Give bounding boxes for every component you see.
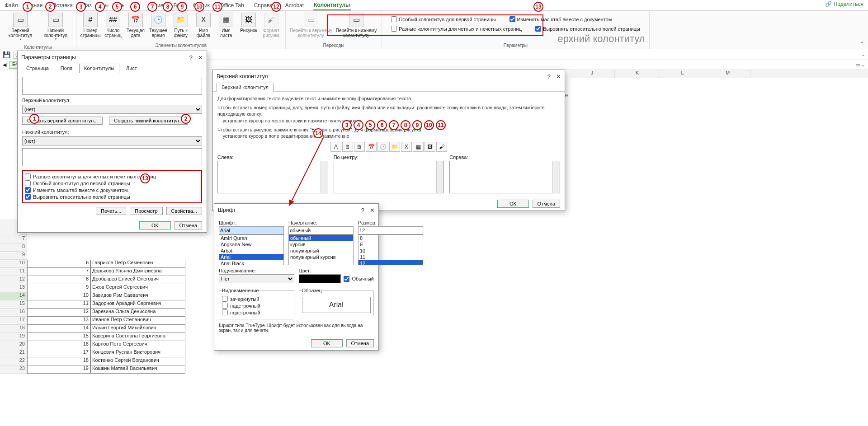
collapse-ribbon-icon[interactable]: ⌃ (860, 41, 864, 47)
cell-name[interactable]: Зарезина Ольга Денисовна (90, 309, 185, 317)
font-list[interactable]: Amiri QuranAngsana NewArbatArialArial Bl… (219, 234, 284, 265)
size-list[interactable]: 891011121416 (358, 234, 423, 265)
cell-number[interactable]: 15 (27, 333, 90, 341)
insert-date-button[interactable]: 📅 (366, 142, 377, 152)
list-item[interactable]: 10 (359, 248, 423, 254)
insert-sheetname-button[interactable]: ▦ (413, 142, 424, 152)
cell-name[interactable]: Задорнов Аркадий Сергеевич (90, 300, 185, 309)
format-picture-button[interactable]: 🖌 (436, 142, 447, 152)
footer-combo[interactable]: (нет) (22, 136, 202, 145)
chk-align[interactable]: Выровнять относительно полей страницы (535, 26, 640, 32)
font-format-button[interactable]: A (330, 142, 341, 152)
list-item[interactable]: полужирный (289, 248, 353, 254)
cell-number[interactable]: 10 (27, 292, 90, 300)
insert-picture-button[interactable]: 🖼 (425, 142, 435, 152)
ps-ok-button[interactable]: ОК (139, 221, 171, 229)
create-footer-button[interactable]: Создать нижний колонтитул... (109, 117, 188, 125)
list-item[interactable]: обычный (289, 235, 353, 241)
style-list[interactable]: обычныйкурсивполужирныйполужирный курсив (288, 234, 354, 265)
underline-combo[interactable]: Нет (219, 274, 294, 283)
row-header[interactable]: 19 (0, 333, 27, 341)
table-row[interactable]: Зарезина Ольга Денисовна (90, 309, 185, 317)
row-header[interactable]: 23 (0, 365, 27, 374)
formula-expand-icon[interactable]: ⌄ (861, 51, 865, 57)
table-row[interactable]: Концевич Руслан Викторович (90, 349, 185, 357)
sheet-name-button[interactable]: ▦Имя листа (215, 12, 237, 39)
row-header[interactable]: 18 (0, 325, 27, 333)
help-icon[interactable]: ? (547, 73, 551, 80)
share-button[interactable]: Поделиться (825, 1, 863, 7)
cell-number[interactable]: 16 (27, 341, 90, 349)
row-header[interactable]: 12 (0, 276, 27, 284)
row-header[interactable]: 9 (0, 252, 27, 260)
cell-name[interactable]: Ильин Георгий Михайлович (90, 325, 185, 333)
table-row[interactable]: Ежов Сергей Сергеевич (90, 284, 185, 292)
print-button[interactable]: Печать... (96, 207, 126, 215)
insert-time-button[interactable]: 🕒 (377, 142, 388, 152)
ps-chk-scale[interactable]: Изменять масштаб вместе с документом (25, 187, 199, 193)
close-icon[interactable]: ✕ (198, 54, 203, 61)
scrollbar[interactable] (552, 161, 560, 193)
cell-number[interactable]: 13 (27, 317, 90, 325)
cell-number[interactable]: 19 (27, 365, 90, 374)
font-style-input[interactable] (288, 226, 354, 234)
list-item[interactable]: полужирный курсив (289, 254, 353, 260)
insert-filename-button[interactable]: X (401, 142, 412, 152)
row-header[interactable]: 15 (0, 300, 27, 309)
cell-number[interactable]: 7 (27, 268, 90, 276)
table-row[interactable]: Кошкин Матвей Васильевич (90, 365, 185, 374)
list-item[interactable]: Arial (219, 254, 283, 260)
row-header[interactable]: 16 (0, 309, 27, 317)
save-icon[interactable]: 💾 (3, 51, 10, 58)
ps-chk-odd-even[interactable]: Разные колонтитулы для четных и нечетных… (25, 173, 199, 179)
cell-name[interactable]: Иванов Петр Степанович (90, 317, 185, 325)
help-icon[interactable]: ? (189, 54, 193, 61)
picture-button[interactable]: 🖼Рисунок (237, 12, 260, 39)
sheet-options-icon[interactable]: ▭ ⌄ (855, 62, 865, 68)
scrollbar[interactable] (321, 161, 328, 193)
list-item[interactable]: Angsana New (219, 241, 283, 248)
current-time-button[interactable]: 🕒Текущее время (147, 12, 170, 39)
tab-file[interactable]: Файл (4, 1, 19, 10)
help-icon[interactable]: ? (361, 207, 364, 214)
table-row[interactable]: Ильин Георгий Михайлович (90, 325, 185, 333)
footer-dropdown[interactable]: ▭Нижний колонтитул ˅ (38, 12, 73, 44)
col-k[interactable]: K (615, 70, 660, 78)
table-row[interactable]: Дарькова Ульяна Дмитриевна (90, 268, 185, 276)
hdr-cancel-button[interactable]: Отмена (533, 200, 560, 208)
font-name-input[interactable] (219, 226, 284, 234)
table-row[interactable]: Гавриков Петр Семенович (90, 260, 185, 268)
chk-sub[interactable]: подстрочный (222, 309, 291, 315)
col-j[interactable]: J (570, 70, 615, 78)
cell-name[interactable]: Концевич Руслан Викторович (90, 349, 185, 357)
cell-number[interactable]: 9 (27, 284, 90, 292)
tab-hf[interactable]: Колонтитулы (79, 64, 119, 73)
list-item[interactable]: 11 (359, 254, 423, 260)
table-row[interactable]: Карпов Петр Сергеевич (90, 341, 185, 349)
insert-path-button[interactable]: 📁 (389, 142, 400, 152)
page-number-button[interactable]: #Номер страницы (79, 12, 102, 39)
tab-acrobat[interactable]: Acrobat (284, 1, 305, 10)
row-header[interactable]: 13 (0, 284, 27, 292)
cell-name[interactable]: Дарькова Ульяна Дмитриевна (90, 268, 185, 276)
tab-header-footer[interactable]: Колонтитулы (313, 0, 351, 10)
font-cancel-button[interactable]: Отмена (346, 339, 374, 347)
cell-number[interactable]: 12 (27, 309, 90, 317)
cell-number[interactable]: 18 (27, 357, 90, 365)
list-item[interactable]: 12 (359, 260, 423, 265)
color-combo[interactable]: ■ (299, 274, 341, 283)
row-header[interactable]: 20 (0, 341, 27, 349)
table-row[interactable]: Дробышев Елисей Олегович (90, 276, 185, 284)
tab-margins[interactable]: Поля (56, 64, 77, 73)
header-combo[interactable]: (нет) (22, 105, 202, 114)
tab-sheet[interactable]: Лист (121, 64, 142, 73)
right-section-input[interactable] (450, 161, 552, 193)
center-section-input[interactable] (334, 161, 437, 193)
col-m[interactable]: M (705, 70, 750, 78)
cell-name[interactable]: Дробышев Елисей Олегович (90, 276, 185, 284)
row-header[interactable]: 17 (0, 317, 27, 325)
ps-chk-align[interactable]: Выровнять относительно полей страницы (25, 194, 199, 200)
left-section-input[interactable] (218, 161, 321, 193)
cell-number[interactable]: 17 (27, 349, 90, 357)
current-date-button[interactable]: 📅Текущая дата (124, 12, 147, 39)
